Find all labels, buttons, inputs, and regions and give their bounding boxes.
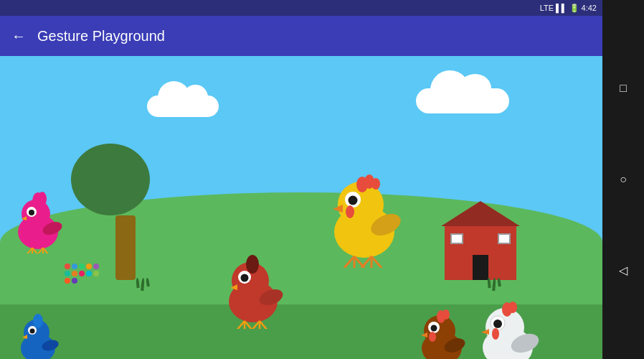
barn — [445, 226, 516, 280]
time-display: 4:42 — [582, 4, 597, 12]
svg-point-62 — [429, 332, 436, 342]
blue-bird[interactable] — [14, 311, 65, 359]
color-dots — [65, 264, 104, 284]
svg-point-46 — [371, 178, 380, 190]
svg-line-55 — [371, 256, 382, 268]
svg-point-3 — [29, 210, 34, 215]
grass-tufts-2 — [488, 278, 501, 291]
tree-canopy — [71, 144, 150, 215]
battery-icon: 🔋 — [569, 4, 579, 13]
svg-point-43 — [349, 196, 358, 205]
signal-icon: ▌▌ — [556, 4, 567, 12]
nav-bar: □ ○ ◁ — [602, 0, 644, 359]
svg-line-39 — [260, 321, 267, 329]
svg-point-33 — [246, 255, 259, 274]
back-nav-button[interactable]: ◁ — [613, 261, 633, 281]
status-icons: LTE ▌▌ 🔋 4:42 — [540, 4, 597, 13]
tree-trunk — [115, 215, 136, 280]
circle-button[interactable]: ○ — [613, 169, 633, 190]
yellow-chicken[interactable] — [323, 167, 409, 268]
cloud-right — [416, 88, 509, 113]
svg-point-77 — [492, 328, 499, 340]
svg-line-50 — [344, 256, 354, 268]
lte-icon: LTE — [540, 4, 554, 12]
barn-roof — [441, 201, 520, 226]
svg-line-13 — [43, 248, 49, 253]
grass-tufts-1 — [136, 278, 149, 291]
svg-point-76 — [508, 302, 517, 313]
svg-marker-78 — [481, 329, 489, 335]
svg-point-30 — [241, 274, 249, 282]
svg-point-47 — [346, 205, 354, 218]
barn-door — [473, 255, 488, 280]
svg-point-59 — [431, 325, 437, 332]
svg-point-20 — [33, 314, 43, 328]
brown-chicken[interactable] — [415, 304, 472, 359]
white-chicken[interactable] — [473, 293, 545, 359]
barn-window-right — [498, 233, 511, 244]
svg-point-7 — [38, 192, 47, 206]
barn-window-left — [450, 233, 463, 244]
tree — [100, 154, 150, 280]
svg-marker-48 — [333, 205, 343, 213]
phone-screen: LTE ▌▌ 🔋 4:42 ← Gesture Playground — [0, 0, 602, 359]
pink-bird[interactable] — [11, 189, 68, 253]
svg-line-53 — [361, 256, 371, 268]
svg-line-34 — [237, 321, 245, 329]
app-bar: ← Gesture Playground — [0, 16, 602, 56]
status-bar: LTE ▌▌ 🔋 4:42 — [0, 0, 602, 16]
app-title: Gesture Playground — [37, 28, 165, 45]
svg-point-17 — [30, 329, 35, 334]
barn-body — [445, 226, 516, 280]
svg-point-61 — [442, 309, 450, 320]
farm-scene[interactable] — [0, 56, 602, 359]
svg-line-8 — [27, 248, 32, 253]
cloud-left — [147, 95, 219, 117]
red-bird[interactable] — [219, 250, 290, 329]
square-button[interactable]: □ — [613, 78, 633, 98]
back-button[interactable]: ← — [11, 28, 26, 45]
svg-point-74 — [493, 320, 502, 328]
